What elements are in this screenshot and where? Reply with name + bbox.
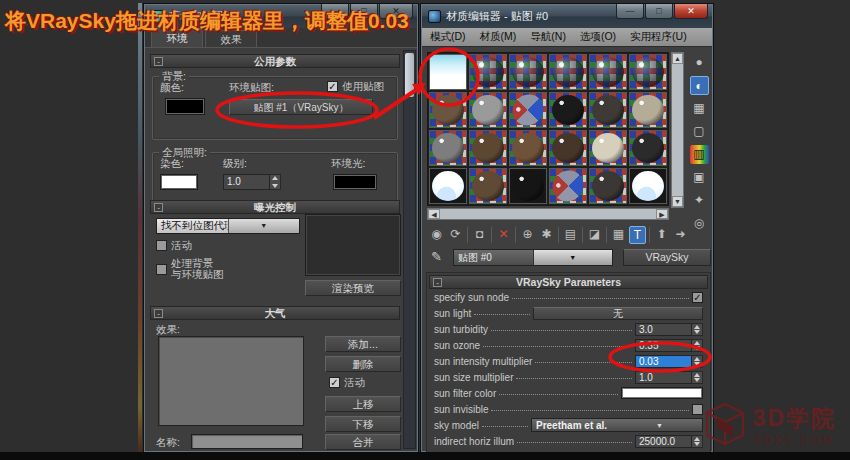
sample-vertical-scrollbar[interactable]: ▲ ▼ <box>671 52 684 208</box>
delete-effect-button[interactable]: 删除 <box>325 356 401 372</box>
scroll-down-icon[interactable]: ▼ <box>672 196 683 207</box>
scroll-up-icon[interactable]: ▲ <box>672 53 683 64</box>
merge-button[interactable]: 合并 <box>325 434 401 450</box>
material-sample-slot-23[interactable] <box>589 168 627 204</box>
collapse-icon[interactable]: - <box>154 57 163 66</box>
sun-light-button[interactable]: 无 <box>533 307 703 320</box>
sun-size-multiplier-value[interactable]: 1.0 <box>635 371 692 384</box>
environment-map-button[interactable]: 贴图 #1（VRaySky） <box>229 99 373 115</box>
menu-item-3[interactable]: 选项(O) <box>580 30 616 44</box>
sample-horizontal-scrollbar[interactable]: ◀ ▶ <box>427 208 669 220</box>
go-forward-to-sibling-icon[interactable]: ➜ <box>672 226 689 244</box>
material-sample-slot-7[interactable] <box>429 92 467 128</box>
material-sample-slot-1[interactable] <box>429 54 467 90</box>
material-type-button[interactable]: VRaySky <box>623 249 711 266</box>
material-sample-slot-6[interactable] <box>629 54 667 90</box>
material-id-channel-icon[interactable]: ◪ <box>586 226 603 244</box>
material-name-dropdown[interactable]: 贴图 #0 ▼ <box>453 249 613 266</box>
pick-material-eyedropper-icon[interactable]: ✎ <box>431 249 442 264</box>
mat-close-button[interactable]: ✕ <box>674 4 708 19</box>
material-sample-slot-16[interactable] <box>549 130 587 166</box>
sun-turbidity-value[interactable]: 3.0 <box>635 323 692 336</box>
move-down-button[interactable]: 下移 <box>325 416 401 432</box>
material-sample-slot-12[interactable] <box>629 92 667 128</box>
sun-size-multiplier-spinner[interactable] <box>692 371 703 384</box>
level-spin-arrows[interactable] <box>270 174 281 190</box>
use-map-checkbox[interactable]: ✓ <box>327 81 338 92</box>
rollout-atmosphere[interactable]: - 大气 <box>150 306 400 320</box>
sky-model-dropdown[interactable]: Preetham et al.▼ <box>531 418 703 432</box>
ambient-color-swatch[interactable] <box>333 174 377 190</box>
put-material-to-scene-icon[interactable]: ⟳ <box>447 226 464 244</box>
get-material-icon[interactable]: ◉ <box>428 226 445 244</box>
material-sample-slot-13[interactable] <box>429 130 467 166</box>
make-preview-icon[interactable]: ▣ <box>690 168 709 187</box>
sun-filter-color-swatch[interactable] <box>621 387 703 399</box>
rollout-exposure-control[interactable]: - 曝光控制 <box>150 200 400 214</box>
sample-type-sphere-icon[interactable]: ● <box>690 53 709 72</box>
mat-maximize-button[interactable]: □ <box>645 4 673 19</box>
go-to-parent-icon[interactable]: ⬆ <box>653 226 670 244</box>
background-color-swatch[interactable] <box>165 98 205 115</box>
rollout-vraysky-parameters[interactable]: - VRaySky Parameters <box>429 275 708 289</box>
chevron-down-icon[interactable]: ▼ <box>617 422 702 429</box>
video-color-check-icon[interactable]: ▥ <box>690 145 709 164</box>
material-map-navigator-icon[interactable]: ◎ <box>690 214 709 233</box>
indirect-horiz-illum-value[interactable]: 25000.0 <box>635 435 692 448</box>
sun-intensity-multiplier-spinner[interactable] <box>692 355 703 368</box>
process-background-checkbox[interactable] <box>156 264 167 275</box>
material-sample-slot-20[interactable] <box>469 168 507 204</box>
sun-ozone-spinner[interactable] <box>692 339 703 352</box>
sample-uv-tiling-icon[interactable]: ▢ <box>690 122 709 141</box>
sun-ozone-value[interactable]: 0.35 <box>635 339 692 352</box>
mat-minimize-button[interactable]: — <box>616 4 644 19</box>
scroll-left-icon[interactable]: ◀ <box>428 209 440 219</box>
menu-item-1[interactable]: 材质(M) <box>480 30 517 44</box>
level-value[interactable]: 1.0 <box>223 174 270 190</box>
reset-map-icon[interactable]: ✕ <box>495 226 512 244</box>
material-sample-slot-8[interactable] <box>469 92 507 128</box>
collapse-icon[interactable]: - <box>154 203 163 212</box>
menu-item-2[interactable]: 导航(N) <box>530 30 566 44</box>
tint-color-swatch[interactable] <box>160 174 198 190</box>
material-sample-slot-10[interactable] <box>549 92 587 128</box>
collapse-icon[interactable]: - <box>154 309 163 318</box>
make-unique-icon[interactable]: ✱ <box>538 226 555 244</box>
material-sample-slot-5[interactable] <box>589 54 627 90</box>
scroll-right-icon[interactable]: ▶ <box>656 209 668 219</box>
options-icon[interactable]: ✦ <box>690 191 709 210</box>
material-sample-slot-14[interactable] <box>469 130 507 166</box>
menu-item-0[interactable]: 模式(D) <box>430 30 466 44</box>
atmosphere-effects-list[interactable] <box>158 336 304 426</box>
sun-intensity-multiplier-value[interactable]: 0.03 <box>635 355 692 368</box>
assign-material-to-selection-icon[interactable]: ◘ <box>471 226 488 244</box>
specify-sun-node-checkbox[interactable]: ✓ <box>692 292 703 303</box>
material-sample-slot-19[interactable] <box>429 168 467 204</box>
show-map-in-viewport-icon[interactable]: ▦ <box>610 226 627 244</box>
collapse-icon[interactable]: - <box>433 278 442 287</box>
exposure-control-dropdown[interactable]: 找不到位图代理管理器 ▼ <box>156 218 300 234</box>
material-sample-slot-11[interactable] <box>589 92 627 128</box>
material-sample-slot-22[interactable] <box>549 168 587 204</box>
material-sample-slot-9[interactable] <box>509 92 547 128</box>
level-spinner[interactable]: 1.0 <box>223 174 281 190</box>
material-sample-slot-17[interactable] <box>589 130 627 166</box>
backlight-icon[interactable]: ◐ <box>690 76 709 95</box>
env-scrollbar-thumb[interactable] <box>405 53 414 97</box>
material-sample-slot-18[interactable] <box>629 130 667 166</box>
exposure-active-checkbox[interactable] <box>156 240 167 251</box>
material-sample-slot-2[interactable] <box>469 54 507 90</box>
sun-turbidity-spinner[interactable] <box>692 323 703 336</box>
show-end-result-icon[interactable]: T <box>629 226 646 244</box>
material-sample-slot-15[interactable] <box>509 130 547 166</box>
make-material-copy-icon[interactable]: ⊕ <box>519 226 536 244</box>
move-up-button[interactable]: 上移 <box>325 396 401 412</box>
background-checker-icon[interactable]: ▦ <box>690 99 709 118</box>
material-sample-slot-4[interactable] <box>549 54 587 90</box>
put-to-library-icon[interactable]: ▤ <box>562 226 579 244</box>
atmosphere-active-checkbox[interactable]: ✓ <box>329 377 340 388</box>
sun-invisible-checkbox[interactable] <box>692 404 703 415</box>
add-effect-button[interactable]: 添加... <box>325 336 401 352</box>
env-scrollbar[interactable] <box>403 50 416 449</box>
material-sample-slot-21[interactable] <box>509 168 547 204</box>
